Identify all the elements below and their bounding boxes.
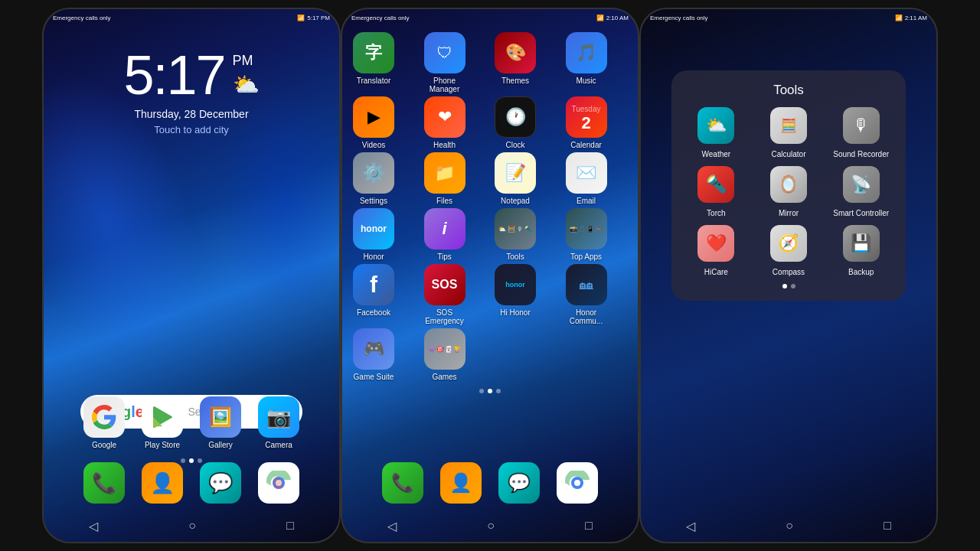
honorcommunity-icon: 🏘	[566, 264, 607, 305]
clock-icon: 🕐	[495, 96, 536, 138]
app-label: Tips	[437, 253, 452, 261]
translator-icon: 字	[353, 32, 394, 73]
list-item[interactable]: 🖼️ Gallery	[197, 396, 244, 449]
app-label: Settings	[360, 197, 387, 205]
themes-icon: 🎨	[495, 32, 536, 73]
list-item[interactable]: ❤️ HiCare	[684, 225, 749, 276]
recents-button[interactable]: □	[280, 513, 300, 539]
app-label: Sound Recorder	[833, 150, 889, 158]
home-button-2[interactable]: ○	[481, 513, 501, 539]
sos-icon: SOS	[424, 264, 466, 305]
status-left-2: Emergency calls only	[351, 15, 410, 21]
list-item[interactable]: 📡 Smart Controller	[828, 166, 893, 217]
list-item[interactable]: 📞	[80, 462, 128, 507]
app-label: Google	[92, 441, 116, 449]
weather-icon: ⛅	[233, 72, 260, 97]
list-item[interactable]: 📷 Camera	[255, 396, 302, 449]
list-item[interactable]: 💬	[197, 462, 244, 507]
list-item[interactable]: 🛡 Phone Manager	[421, 32, 469, 93]
app-label: Play Store	[145, 441, 180, 449]
list-item[interactable]: SOS SOS Emergency	[421, 264, 469, 325]
list-item[interactable]: 🎨 Themes	[492, 32, 539, 93]
list-item[interactable]: 🧮 Calculator	[756, 107, 822, 158]
big-clock: 5:17	[123, 47, 224, 103]
app-label: Themes	[501, 77, 529, 85]
app-label: Smart Controller	[833, 209, 889, 217]
soundrecorder-icon: 🎙	[843, 107, 880, 144]
list-item[interactable]: Google	[80, 396, 128, 449]
nav-bar-2: ◁ ○ □	[342, 510, 638, 542]
list-item[interactable]: ⚙️ Settings	[350, 152, 397, 205]
facebook-icon: f	[353, 264, 394, 305]
list-item[interactable]: ⛅🧮 🎙🔦 Tools	[492, 208, 539, 261]
list-item[interactable]: 🎵 Music	[563, 32, 610, 93]
calculator-icon: 🧮	[770, 107, 807, 144]
compass-icon: 🧭	[770, 225, 807, 262]
tools-icon: ⛅🧮 🎙🔦	[495, 208, 536, 249]
list-item[interactable]: 📸🎵 📱🎮 Top Apps	[563, 208, 610, 261]
home-button[interactable]: ○	[182, 513, 202, 539]
list-item[interactable]	[554, 462, 601, 507]
list-item[interactable]: ⛅ Weather	[684, 107, 749, 158]
svg-point-3	[574, 480, 580, 486]
list-item[interactable]: ✉️ Email	[563, 152, 610, 205]
list-item[interactable]: 📞	[379, 462, 426, 507]
list-item[interactable]: 🎙 Sound Recorder	[828, 107, 893, 158]
music-icon: 🎵	[566, 32, 607, 73]
app-label: Clock	[505, 141, 524, 149]
list-item[interactable]: 字 Translator	[350, 32, 397, 93]
tools-grid: ⛅ Weather 🧮 Calculator 🎙 Sound Recorder …	[684, 107, 893, 276]
torch-icon: 🔦	[697, 166, 734, 203]
messages-icon-2: 💬	[498, 462, 540, 504]
list-item[interactable]: Tuesday2 Calendar	[563, 96, 610, 149]
back-button-2[interactable]: ◁	[381, 513, 403, 540]
list-item[interactable]: i Tips	[421, 208, 469, 261]
list-item[interactable]: 💾 Backup	[828, 225, 893, 276]
list-item[interactable]: ❤ Health	[421, 96, 469, 149]
dot	[791, 284, 795, 289]
phone-icon-2: 📞	[382, 462, 423, 504]
back-button[interactable]: ◁	[83, 513, 104, 540]
list-item[interactable]: 🧭 Compass	[756, 225, 822, 276]
list-item[interactable]	[255, 462, 302, 507]
list-item[interactable]: 👾🎯 🃏🏆 Games	[421, 328, 469, 381]
list-item[interactable]: honor Honor	[350, 208, 397, 261]
weather-app-icon: ⛅	[697, 107, 734, 144]
app-label: Hi Honor	[500, 308, 530, 317]
chrome-icon	[258, 462, 299, 504]
list-item[interactable]: 📝 Notepad	[492, 152, 539, 205]
list-item[interactable]: 🔦 Torch	[684, 166, 749, 217]
tools-folder-title: Tools	[684, 83, 893, 98]
list-item[interactable]: honor Hi Honor	[492, 264, 539, 325]
list-item[interactable]: ▶ Videos	[350, 96, 397, 149]
recents-button-2[interactable]: □	[579, 513, 599, 539]
status-left-3: Emergency calls only	[650, 15, 708, 21]
bottom-dock-2: 📞 👤 💬	[342, 462, 638, 507]
app-label: Compass	[773, 268, 805, 276]
list-item[interactable]: 📁 Files	[421, 152, 469, 205]
list-item[interactable]: Play Store	[139, 396, 186, 449]
list-item[interactable]: 🏘 Honor Commu...	[563, 264, 610, 325]
list-item[interactable]: 🕐 Clock	[492, 96, 539, 149]
home-button-3[interactable]: ○	[779, 513, 799, 539]
app-label: Translator	[357, 77, 391, 85]
honor-icon: honor	[353, 208, 394, 249]
phone-lockscreen: Emergency calls only 📶 5:17 PM 5:17 PM ⛅…	[42, 8, 341, 543]
nav-bar-1: ◁ ○ □	[44, 510, 339, 542]
recents-button-3[interactable]: □	[877, 513, 897, 539]
time-2: 2:10 AM	[606, 15, 629, 21]
app-label: Honor	[363, 253, 384, 261]
page-dots-2	[342, 389, 638, 393]
list-item[interactable]: 👤	[139, 462, 186, 507]
list-item[interactable]: 👤	[437, 462, 485, 507]
list-item[interactable]: 🎮 Game Suite	[350, 328, 397, 381]
folder-dots	[684, 284, 893, 289]
list-item[interactable]: 🪞 Mirror	[756, 166, 822, 217]
list-item[interactable]: f Facebook	[350, 264, 397, 325]
mirror-icon: 🪞	[770, 166, 807, 203]
back-button-3[interactable]: ◁	[680, 513, 701, 540]
signal-icon-3: 📶	[895, 15, 903, 21]
app-label: Mirror	[779, 209, 799, 217]
list-item[interactable]: 💬	[495, 462, 543, 507]
date-text: Thursday, 28 December	[134, 107, 248, 122]
